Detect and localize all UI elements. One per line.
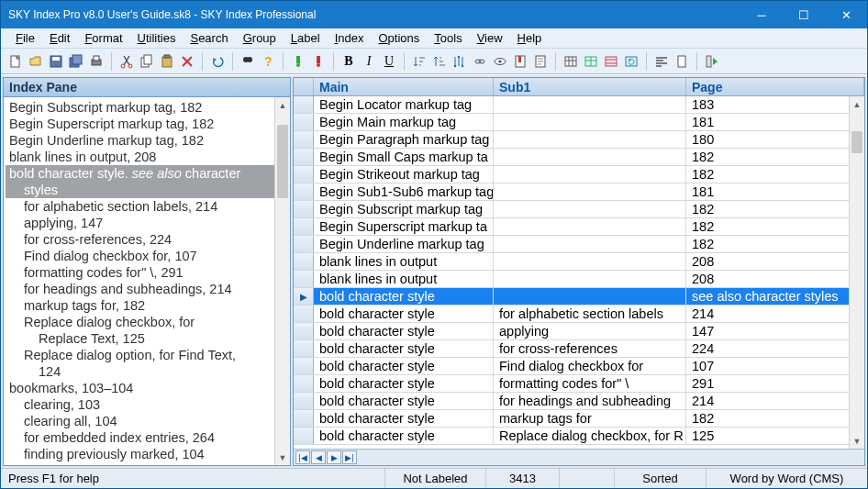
table-row[interactable]: blank lines in output208 (294, 271, 864, 288)
cell-page[interactable]: 208 (686, 253, 864, 270)
cell-main[interactable]: Begin Sub1-Sub6 markup tag (314, 183, 494, 200)
cell-main[interactable]: Begin Superscript markup ta (314, 218, 494, 235)
cell-main[interactable]: Begin Strikeout markup tag (314, 166, 494, 183)
table-row[interactable]: bold character stylefor alphabetic secti… (294, 306, 864, 323)
cell-sub1[interactable]: applying (494, 323, 686, 339)
cell-page[interactable]: 182 (686, 218, 864, 235)
tree-row[interactable]: clearing, 103 (6, 396, 288, 413)
cell-main[interactable]: bold character style (314, 428, 494, 444)
cell-page[interactable]: 125 (686, 428, 864, 444)
table-row[interactable]: Begin Locator markup tag183 (294, 96, 864, 114)
cell-main[interactable]: Begin Paragraph markup tag (314, 131, 494, 148)
scroll-thumb[interactable] (277, 125, 288, 198)
link-icon[interactable] (471, 52, 489, 71)
bold-icon[interactable]: B (339, 52, 358, 71)
row-header[interactable] (294, 393, 314, 409)
row-header[interactable] (294, 166, 314, 183)
cell-main[interactable]: bold character style (314, 306, 494, 322)
menu-group[interactable]: Group (238, 29, 282, 47)
scroll-down-icon[interactable]: ▼ (275, 450, 290, 465)
refresh-icon[interactable] (622, 52, 640, 71)
row-header[interactable] (294, 218, 314, 235)
table-row[interactable]: blank lines in output208 (294, 253, 864, 271)
row-header[interactable] (294, 340, 314, 357)
cell-sub1[interactable]: Replace dialog checkbox, for R (494, 428, 686, 444)
row-header[interactable] (294, 323, 314, 339)
cell-main[interactable]: bold character style (314, 323, 494, 339)
cell-page[interactable]: 224 (686, 340, 864, 357)
row-header[interactable] (294, 410, 314, 427)
tree-row[interactable]: 124 (6, 363, 288, 380)
row-header[interactable] (294, 201, 314, 217)
table-row[interactable]: bold character stylemarkup tags for182 (294, 410, 864, 428)
index-tree[interactable]: Begin Subscript markup tag, 182Begin Sup… (4, 97, 290, 465)
flag-red-icon[interactable] (309, 52, 328, 71)
row-header[interactable] (294, 428, 314, 444)
cell-main[interactable]: bold character style (314, 375, 494, 392)
cell-page[interactable]: 214 (686, 393, 864, 409)
menu-tools[interactable]: Tools (428, 29, 467, 47)
italic-icon[interactable]: I (360, 52, 378, 71)
cell-sub1[interactable]: for headings and subheading (494, 393, 686, 409)
view-icon[interactable] (491, 52, 509, 71)
grid-header-sub1[interactable]: Sub1 (494, 78, 686, 95)
underline-icon[interactable]: U (380, 52, 398, 71)
row-header[interactable] (294, 131, 314, 148)
cell-sub1[interactable] (494, 114, 686, 130)
cell-main[interactable]: blank lines in output (314, 271, 494, 287)
page-icon[interactable] (531, 52, 550, 71)
row-header[interactable] (294, 236, 314, 252)
save-all-icon[interactable] (67, 52, 85, 71)
cell-main[interactable]: bold character style (314, 410, 494, 427)
menu-utilities[interactable]: Utilities (132, 29, 182, 47)
cell-sub1[interactable]: for cross-references (494, 340, 686, 357)
sort-3-icon[interactable] (451, 52, 469, 71)
tree-row[interactable]: bold character style. see also character (6, 165, 288, 182)
menu-index[interactable]: Index (329, 29, 370, 47)
menu-label[interactable]: Label (285, 29, 326, 47)
copy-icon[interactable] (138, 52, 156, 71)
delete-icon[interactable] (178, 52, 196, 71)
nav-first-button[interactable]: |◀ (295, 450, 310, 464)
help-icon[interactable]: ? (259, 52, 277, 71)
cell-sub1[interactable] (494, 183, 686, 200)
cell-sub1[interactable] (494, 201, 686, 217)
table-row[interactable]: Begin Small Caps markup ta182 (294, 149, 864, 166)
cell-sub1[interactable] (494, 288, 686, 305)
close-button[interactable]: ✕ (825, 1, 867, 28)
table-row[interactable]: Begin Subscript markup tag182 (294, 201, 864, 218)
flag-green-icon[interactable] (289, 52, 307, 71)
cell-page[interactable]: 182 (686, 236, 864, 252)
tree-row[interactable]: for embedded index entries, 264 (6, 429, 288, 446)
align-left-icon[interactable] (652, 52, 671, 71)
table-row[interactable]: bold character styleFind dialog checkbox… (294, 358, 864, 375)
tree-row[interactable]: Begin Underline markup tag, 182 (6, 132, 288, 149)
cell-sub1[interactable] (494, 149, 686, 165)
new-icon[interactable] (6, 52, 25, 71)
row-header[interactable] (294, 183, 314, 200)
cell-sub1[interactable] (494, 166, 686, 183)
sort-desc-icon[interactable] (430, 52, 449, 71)
cell-page[interactable]: see also character styles (686, 288, 864, 305)
tree-row[interactable]: finding previously marked, 104 (6, 446, 288, 462)
cell-page[interactable]: 180 (686, 131, 864, 148)
cell-main[interactable]: Begin Underline markup tag (314, 236, 494, 252)
tree-scrollbar[interactable]: ▲ ▼ (274, 97, 290, 465)
nav-next-button[interactable]: ▶ (327, 450, 341, 464)
print-icon[interactable] (87, 52, 106, 71)
cell-page[interactable]: 182 (686, 166, 864, 183)
cell-page[interactable]: 182 (686, 410, 864, 427)
bookmark-icon[interactable] (511, 52, 529, 71)
save-icon[interactable] (47, 52, 65, 71)
cell-page[interactable]: 107 (686, 358, 864, 374)
grid-body[interactable]: Begin Locator markup tag183Begin Main ma… (294, 96, 864, 449)
table-row[interactable]: ▶bold character stylesee also character … (294, 288, 864, 306)
tree-row[interactable]: markup tags for, 182 (6, 297, 288, 314)
tree-row[interactable]: styles (6, 182, 288, 198)
tree-row[interactable]: Replace dialog checkbox, for (6, 314, 288, 330)
cell-main[interactable]: bold character style (314, 358, 494, 374)
grid3-icon[interactable] (602, 52, 620, 71)
row-header[interactable] (294, 271, 314, 287)
table-row[interactable]: bold character stylefor headings and sub… (294, 393, 864, 410)
cell-page[interactable]: 182 (686, 201, 864, 217)
